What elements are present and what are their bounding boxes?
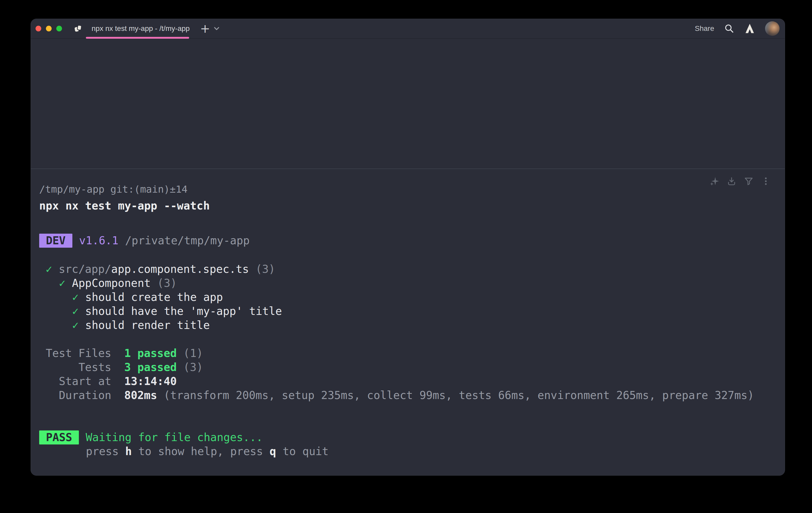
check-icon: ✓ [46, 263, 52, 275]
tab-bar: npx nx test my-app - /t/my-app + Share [31, 19, 785, 39]
summary-label: Duration [39, 388, 111, 402]
test-suite-row: ✓AppComponent (3) [39, 276, 774, 290]
tab-list-chevron-down-icon[interactable] [214, 26, 220, 31]
watch-message: Waiting for file changes... [86, 431, 263, 444]
watch-status-row: PASSWaiting for file changes... [39, 430, 774, 444]
help-text: press [86, 445, 125, 458]
block-toolbar [709, 176, 771, 186]
test-file-row: ✓src/app/app.component.spec.ts (3) [39, 262, 774, 276]
test-file-dir: src/app/ [59, 263, 111, 275]
vitest-version: v1.6.1 [79, 234, 119, 247]
zoom-window-button[interactable] [56, 26, 62, 31]
test-case-name: should render title [85, 319, 210, 331]
summary-paren: (1) [183, 347, 203, 359]
new-tab-button[interactable]: + [200, 23, 210, 34]
pages-icon [74, 24, 83, 33]
check-icon: ✓ [72, 291, 79, 303]
download-icon[interactable] [727, 176, 736, 186]
summary-paren: (3) [183, 361, 203, 374]
search-icon[interactable] [724, 23, 734, 34]
user-avatar[interactable] [765, 21, 780, 36]
test-case-row: ✓should render title [39, 318, 774, 332]
window-controls [31, 26, 62, 31]
summary-test-files-row: Test Files1 passed (1) [39, 346, 774, 360]
test-suite-count: (3) [157, 277, 177, 290]
share-button[interactable]: Share [695, 24, 714, 33]
test-file-name: app.component.spec.ts [111, 263, 249, 275]
help-key-q: q [269, 445, 276, 458]
warp-logo-icon[interactable] [744, 23, 755, 34]
summary-label: Start at [39, 374, 111, 388]
summary-label: Test Files [39, 346, 111, 360]
command-text: npx nx test my-app --watch [39, 199, 774, 213]
tab-title: npx nx test my-app - /t/my-app [92, 24, 190, 33]
watch-help-row: press h to show help, press q to quit [39, 444, 774, 458]
test-case-row: ✓should have the 'my-app' title [39, 304, 774, 318]
check-icon: ✓ [72, 305, 79, 318]
help-key-h: h [125, 445, 132, 458]
tab-active[interactable]: npx nx test my-app - /t/my-app [88, 19, 193, 38]
help-text: to quit [276, 445, 328, 458]
summary-duration-row: Duration802ms (transform 200ms, setup 23… [39, 388, 774, 402]
vitest-cwd: /private/tmp/my-app [125, 234, 250, 247]
summary-duration-breakdown: (transform 200ms, setup 235ms, collect 9… [164, 389, 754, 402]
terminal-window: npx nx test my-app - /t/my-app + Share [31, 19, 785, 476]
shell-prompt: /tmp/my-app git:(main)±14 [39, 182, 774, 196]
ai-sparkles-icon[interactable] [709, 176, 719, 186]
summary-value: 802ms [124, 389, 157, 402]
scrollback-area [31, 39, 785, 169]
test-suite-name: AppComponent [72, 277, 150, 290]
help-text: to show help, press [132, 445, 269, 458]
summary-value: 13:14:40 [124, 375, 177, 387]
summary-value: 1 passed [124, 347, 177, 359]
test-file-count: (3) [256, 263, 275, 275]
test-case-name: should have the 'my-app' title [85, 305, 282, 318]
check-icon: ✓ [59, 277, 65, 290]
terminal-output: /tmp/my-app git:(main)±14 npx nx test my… [31, 169, 785, 458]
titlebar-actions: Share [695, 21, 785, 36]
summary-tests-row: Tests3 passed (3) [39, 360, 774, 374]
minimize-window-button[interactable] [46, 26, 52, 31]
summary-label: Tests [39, 360, 111, 374]
filter-icon[interactable] [744, 176, 754, 186]
more-options-kebab-icon[interactable] [761, 176, 771, 186]
test-case-name: should create the app [85, 291, 223, 303]
test-case-row: ✓should create the app [39, 290, 774, 304]
summary-start-at-row: Start at13:14:40 [39, 374, 774, 388]
vitest-header-line: DEVv1.6.1 /private/tmp/my-app [39, 234, 774, 248]
active-tab-indicator [86, 37, 189, 39]
check-icon: ✓ [72, 319, 79, 331]
pass-badge: PASS [39, 430, 79, 444]
dev-badge: DEV [39, 234, 72, 248]
close-window-button[interactable] [35, 26, 41, 31]
summary-value: 3 passed [124, 361, 177, 374]
